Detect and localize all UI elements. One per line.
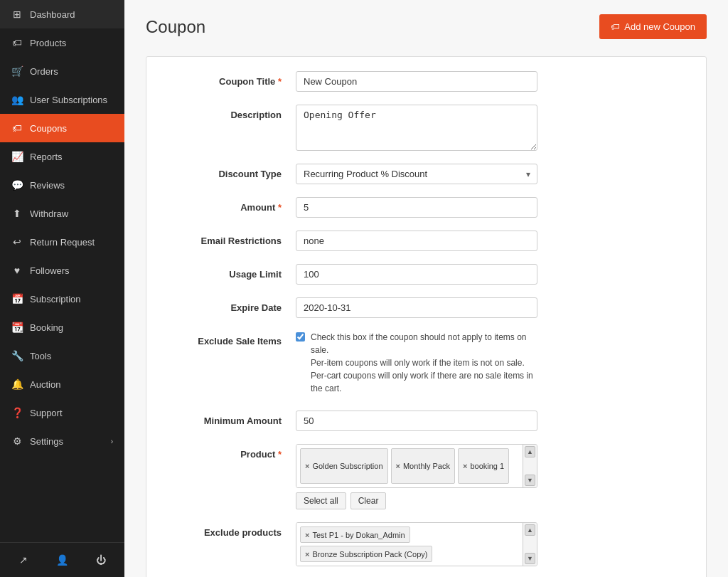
sidebar-label: Subscription (30, 294, 113, 305)
withdraw-icon: ⬆ (11, 208, 23, 219)
sidebar-item-auction[interactable]: 🔔 Auction (0, 370, 124, 398)
sidebar-item-return-request[interactable]: ↩ Return Request (0, 228, 124, 256)
remove-tag-golden[interactable]: × (305, 462, 309, 470)
exclude-products-multiselect: × Test P1 - by Dokan_Admin × Bronze Subs… (296, 522, 537, 566)
auction-icon: 🔔 (11, 379, 23, 390)
discount-type-select[interactable]: Recurring Product % Discount Fixed Produ… (296, 164, 537, 184)
exclude-sale-checkbox[interactable] (296, 332, 305, 342)
product-select-wrapper: × Golden Subscription × Monthly Pack × b… (296, 444, 537, 509)
sidebar-item-settings[interactable]: ⚙ Settings › (0, 427, 124, 455)
sidebar: ⊞ Dashboard 🏷 Products 🛒 Orders 👥 User S… (0, 0, 124, 577)
sidebar-label: User Subscriptions (30, 95, 113, 105)
sidebar-item-subscription[interactable]: 📅 Subscription (0, 285, 124, 313)
required-indicator: * (278, 202, 282, 213)
product-action-buttons: Select all Clear (296, 492, 537, 509)
add-coupon-icon: 🏷 (611, 21, 620, 32)
sidebar-item-tools[interactable]: 🔧 Tools (0, 342, 124, 370)
user-subscriptions-icon: 👥 (11, 94, 23, 105)
exclude-sale-text: Check this box if the coupon should not … (311, 331, 537, 395)
exclude-tag-test: × Test P1 - by Dokan_Admin (300, 526, 410, 543)
sidebar-label: Coupons (30, 123, 113, 134)
discount-type-label: Discount Type (168, 164, 282, 179)
exclude-products-wrapper: × Test P1 - by Dokan_Admin × Bronze Subs… (296, 522, 537, 566)
sidebar-label: Followers (30, 265, 113, 276)
select-all-button[interactable]: Select all (296, 492, 346, 509)
remove-tag-test[interactable]: × (305, 531, 309, 539)
followers-icon: ♥ (11, 265, 23, 276)
remove-tag-booking[interactable]: × (463, 462, 467, 470)
sidebar-label: Reviews (30, 180, 113, 191)
scroll-down-button[interactable]: ▼ (525, 475, 535, 486)
sidebar-item-reports[interactable]: 📈 Reports (0, 142, 124, 171)
remove-tag-monthly[interactable]: × (396, 462, 400, 470)
exclude-products-row: Exclude products × Test P1 - by Dokan_Ad… (168, 522, 685, 566)
sidebar-item-withdraw[interactable]: ⬆ Withdraw (0, 199, 124, 228)
product-label: Product * (168, 444, 282, 460)
sidebar-label: Tools (30, 351, 113, 361)
settings-icon: ⚙ (11, 435, 23, 447)
required-indicator: * (278, 76, 282, 87)
product-row: Product * × Golden Subscription × Monthl… (168, 444, 685, 509)
description-row: Description Opening Offer (168, 105, 685, 151)
clear-button[interactable]: Clear (350, 492, 387, 509)
add-coupon-button[interactable]: 🏷 Add new Coupon (599, 14, 707, 39)
coupon-form: Coupon Title * Description Opening Offer… (146, 56, 707, 577)
sidebar-item-reviews[interactable]: 💬 Reviews (0, 171, 124, 199)
external-link-button[interactable]: ↗ (6, 549, 41, 571)
discount-type-row: Discount Type Recurring Product % Discou… (168, 164, 685, 184)
sidebar-label: Reports (30, 152, 113, 162)
scroll-up-button[interactable]: ▲ (525, 446, 535, 457)
product-multiselect: × Golden Subscription × Monthly Pack × b… (296, 444, 537, 488)
required-indicator: * (278, 449, 282, 460)
product-tags: × Golden Subscription × Monthly Pack × b… (296, 445, 523, 487)
sidebar-item-products[interactable]: 🏷 Products (0, 28, 124, 57)
usage-limit-row: Usage Limit (168, 264, 685, 285)
booking-icon: 📆 (11, 322, 23, 333)
sidebar-label: Support (30, 408, 113, 418)
return-icon: ↩ (11, 236, 23, 248)
sidebar-item-dashboard[interactable]: ⊞ Dashboard (0, 0, 124, 28)
sidebar-item-support[interactable]: ❓ Support (0, 398, 124, 427)
amount-row: Amount * (168, 197, 685, 218)
coupon-title-label: Coupon Title * (168, 71, 282, 87)
exclude-scroll-up-button[interactable]: ▲ (525, 524, 535, 536)
sidebar-label: Dashboard (30, 9, 113, 20)
product-tag-monthly: × Monthly Pack (391, 448, 455, 484)
expire-date-input[interactable] (296, 297, 537, 318)
logout-button[interactable]: ⏻ (83, 549, 119, 571)
sidebar-item-coupons[interactable]: 🏷 Coupons (0, 114, 124, 142)
remove-tag-bronze[interactable]: × (305, 550, 309, 559)
sidebar-item-orders[interactable]: 🛒 Orders (0, 57, 124, 85)
exclude-scroll-down-button[interactable]: ▼ (525, 553, 535, 564)
add-coupon-label: Add new Coupon (624, 21, 695, 32)
usage-limit-input[interactable] (296, 264, 537, 285)
coupon-title-input[interactable] (296, 71, 537, 92)
minimum-amount-input[interactable] (296, 411, 537, 431)
tools-icon: 🔧 (11, 350, 23, 361)
sidebar-item-followers[interactable]: ♥ Followers (0, 256, 124, 285)
product-tag-booking: × booking 1 (458, 448, 509, 484)
dashboard-icon: ⊞ (11, 9, 23, 20)
discount-type-wrapper: Recurring Product % Discount Fixed Produ… (296, 164, 537, 184)
user-profile-button[interactable]: 👤 (44, 549, 80, 571)
reports-icon: 📈 (11, 151, 23, 162)
sidebar-item-user-subscriptions[interactable]: 👥 User Subscriptions (0, 85, 124, 114)
sidebar-label: Booking (30, 322, 113, 333)
description-input[interactable]: Opening Offer (296, 105, 537, 151)
sidebar-item-booking[interactable]: 📆 Booking (0, 313, 124, 342)
page-title: Coupon (146, 17, 205, 37)
sidebar-bottom: ↗ 👤 ⏻ (0, 542, 124, 577)
product-tag-golden: × Golden Subscription (300, 448, 388, 484)
exclude-sale-area: Check this box if the coupon should not … (296, 331, 537, 398)
exclude-sale-row: Exclude Sale Items Check this box if the… (168, 331, 685, 398)
exclude-sale-checkbox-line: Check this box if the coupon should not … (296, 331, 537, 395)
email-restrictions-input[interactable] (296, 231, 537, 251)
amount-input[interactable] (296, 197, 537, 218)
reviews-icon: 💬 (11, 179, 23, 191)
email-restrictions-row: Email Restrictions (168, 231, 685, 251)
page-header: Coupon 🏷 Add new Coupon (146, 14, 707, 39)
sidebar-label: Auction (30, 379, 113, 390)
orders-icon: 🛒 (11, 65, 23, 77)
minimum-amount-label: Minimum Amount (168, 411, 282, 426)
sidebar-label: Withdraw (30, 208, 113, 219)
